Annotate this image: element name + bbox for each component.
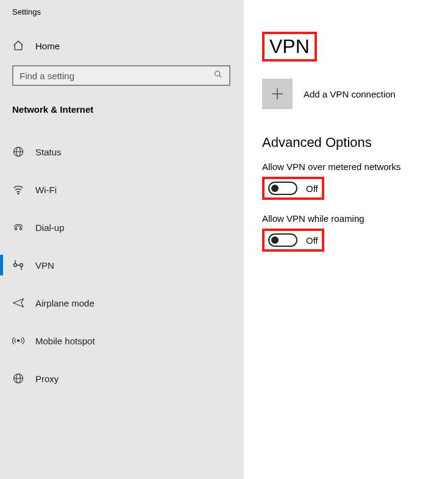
home-button[interactable]: Home [0, 34, 244, 58]
svg-point-0 [215, 71, 220, 76]
toggle-metered[interactable] [268, 182, 297, 195]
window-title: Settings [0, 7, 244, 34]
toggle-roaming[interactable] [268, 233, 297, 247]
sidebar-item-hotspot[interactable]: Mobile hotspot [0, 325, 244, 356]
sidebar-item-label: Airplane mode [35, 298, 94, 308]
toggle-thumb [271, 185, 279, 192]
svg-point-6 [15, 228, 16, 230]
dialup-icon [12, 221, 24, 233]
sidebar-item-vpn[interactable]: VPN [0, 250, 244, 280]
page-title: VPN [269, 35, 310, 58]
svg-line-1 [219, 76, 222, 78]
add-vpn-label: Add a VPN connection [304, 89, 396, 99]
svg-point-13 [17, 339, 19, 341]
home-icon [12, 40, 24, 52]
option-roaming: Allow VPN while roaming Off [262, 213, 430, 252]
airplane-icon [12, 297, 24, 309]
toggle-status: Off [306, 183, 318, 194]
hotspot-icon [12, 335, 24, 347]
globe-icon [12, 372, 24, 385]
sidebar-item-status[interactable]: Status [0, 137, 244, 167]
option-metered: Allow VPN over metered networks Off [262, 161, 430, 200]
sidebar-item-label: Mobile hotspot [35, 336, 95, 346]
sidebar-item-proxy[interactable]: Proxy [0, 363, 244, 394]
toggle-status: Off [306, 235, 318, 246]
svg-point-7 [20, 228, 22, 230]
sidebar-nav: Status Wi-Fi D [0, 127, 244, 394]
add-vpn-button[interactable]: Add a VPN connection [262, 79, 430, 109]
svg-point-5 [18, 193, 19, 194]
plus-icon [270, 87, 285, 101]
sidebar-item-label: Wi-Fi [35, 185, 57, 195]
option-label: Allow VPN while roaming [262, 213, 430, 224]
sidebar-item-label: Dial-up [35, 222, 65, 233]
vpn-icon [12, 259, 24, 271]
settings-sidebar: Settings Home Network & Internet [0, 0, 244, 479]
plus-tile [262, 79, 293, 109]
title-highlight-box: VPN [262, 32, 317, 62]
sidebar-section-title: Network & Internet [0, 99, 244, 127]
toggle-highlight-box: Off [262, 177, 324, 200]
sidebar-item-label: Status [35, 147, 62, 157]
advanced-options-heading: Advanced Options [262, 135, 430, 151]
sidebar-item-wifi[interactable]: Wi-Fi [0, 174, 244, 205]
toggle-highlight-box: Off [262, 229, 324, 252]
home-label: Home [35, 41, 60, 51]
main-content: VPN Add a VPN connection Advanced Option… [244, 0, 448, 479]
search-wrap [0, 58, 244, 99]
toggle-thumb [271, 236, 279, 244]
search-icon [213, 69, 223, 82]
search-box[interactable] [12, 65, 230, 86]
sidebar-item-dialup[interactable]: Dial-up [0, 212, 244, 243]
search-input[interactable] [20, 71, 213, 81]
wifi-icon [12, 183, 24, 196]
sidebar-item-label: Proxy [35, 374, 59, 384]
sidebar-item-airplane[interactable]: Airplane mode [0, 288, 244, 318]
sidebar-item-label: VPN [35, 260, 54, 271]
svg-point-8 [14, 264, 17, 267]
globe-icon [12, 146, 24, 158]
option-label: Allow VPN over metered networks [262, 161, 430, 172]
svg-point-9 [20, 264, 23, 267]
